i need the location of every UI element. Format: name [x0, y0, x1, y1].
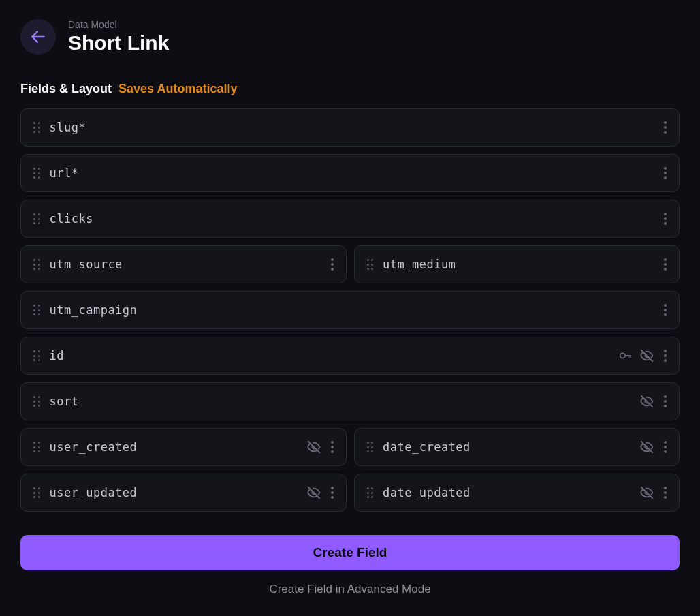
field-item-slug[interactable]: slug* [20, 108, 680, 147]
field-more-button[interactable] [661, 119, 669, 136]
field-item-date-created[interactable]: date_created [354, 428, 680, 466]
field-more-button[interactable] [661, 164, 669, 182]
page-title: Short Link [68, 31, 169, 55]
field-label: sort [50, 395, 631, 408]
drag-handle-icon[interactable] [367, 259, 374, 270]
hidden-icon [639, 440, 654, 455]
field-item-sort[interactable]: sort [20, 382, 680, 420]
field-more-button[interactable] [661, 347, 669, 365]
field-more-button[interactable] [328, 256, 336, 273]
drag-handle-icon[interactable] [33, 487, 40, 498]
fields-list: slug* url* clicks utm_source [20, 108, 680, 512]
field-item-utm-campaign[interactable]: utm_campaign [20, 291, 680, 329]
field-label: url* [50, 166, 652, 180]
field-label: clicks [50, 212, 652, 226]
field-label: date_created [383, 440, 630, 454]
drag-handle-icon[interactable] [33, 350, 40, 361]
hidden-icon [639, 394, 654, 409]
field-more-button[interactable] [661, 392, 669, 410]
field-label: user_created [50, 440, 297, 454]
drag-handle-icon[interactable] [367, 442, 374, 452]
field-item-id[interactable]: id [20, 337, 680, 375]
create-field-button[interactable]: Create Field [20, 535, 680, 570]
field-more-button[interactable] [661, 484, 669, 502]
field-item-clicks[interactable]: clicks [20, 200, 680, 238]
field-item-user-updated[interactable]: user_updated [20, 474, 347, 512]
header-eyebrow: Data Model [68, 19, 169, 30]
drag-handle-icon[interactable] [33, 396, 40, 407]
hidden-icon [306, 440, 321, 455]
drag-handle-icon[interactable] [33, 305, 40, 315]
field-more-button[interactable] [661, 438, 669, 456]
drag-handle-icon[interactable] [33, 259, 40, 270]
drag-handle-icon[interactable] [33, 122, 40, 133]
drag-handle-icon[interactable] [33, 442, 40, 452]
field-item-user-created[interactable]: user_created [20, 428, 347, 466]
drag-handle-icon[interactable] [33, 213, 40, 224]
hidden-icon [639, 485, 654, 500]
back-button[interactable] [20, 19, 56, 55]
drag-handle-icon[interactable] [33, 168, 40, 179]
field-label: slug* [50, 121, 652, 134]
field-label: user_updated [50, 486, 297, 499]
field-label: id [50, 349, 609, 363]
field-more-button[interactable] [328, 484, 336, 502]
field-more-button[interactable] [328, 438, 336, 456]
field-item-date-updated[interactable]: date_updated [354, 474, 680, 512]
hidden-icon [639, 348, 654, 363]
hidden-icon [306, 485, 321, 500]
field-label: utm_source [50, 258, 319, 271]
section-header: Fields & Layout Saves Automatically [20, 82, 680, 96]
arrow-left-icon [29, 28, 47, 46]
field-more-button[interactable] [661, 256, 669, 273]
autosave-hint: Saves Automatically [118, 82, 237, 96]
field-item-utm-medium[interactable]: utm_medium [354, 245, 680, 283]
field-item-utm-source[interactable]: utm_source [20, 245, 347, 283]
field-label: utm_medium [383, 258, 652, 271]
create-field-advanced-link[interactable]: Create Field in Advanced Mode [20, 583, 680, 596]
field-item-url[interactable]: url* [20, 154, 680, 192]
primary-key-icon [618, 348, 633, 363]
field-label: utm_campaign [50, 303, 652, 317]
section-title-text: Fields & Layout [20, 82, 112, 96]
field-more-button[interactable] [661, 210, 669, 228]
field-label: date_updated [383, 486, 630, 499]
drag-handle-icon[interactable] [367, 487, 374, 498]
page-header: Data Model Short Link [20, 19, 680, 55]
field-more-button[interactable] [661, 301, 669, 319]
